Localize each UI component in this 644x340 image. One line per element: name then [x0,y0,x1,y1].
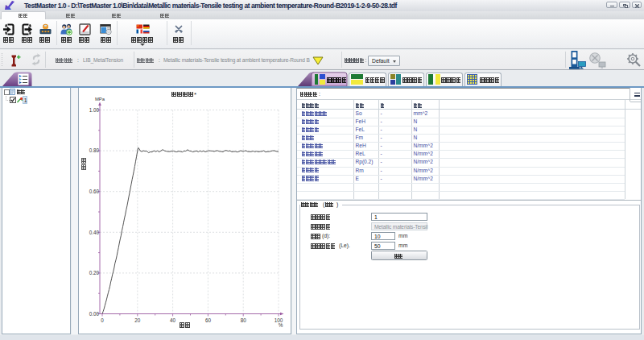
svg-text:0.60: 0.60 [89,189,100,194]
svg-text:%: % [279,322,283,328]
svg-text:1.00: 1.00 [89,107,100,113]
svg-text:0: 0 [101,317,104,323]
svg-text:0.40: 0.40 [89,230,100,235]
svg-text:0.00: 0.00 [89,311,100,317]
svg-text:0.80: 0.80 [89,147,100,153]
svg-text:MPa: MPa [95,97,105,102]
svg-text:80: 80 [241,317,247,323]
svg-text:60: 60 [205,317,212,323]
svg-text:40: 40 [170,317,176,323]
svg-text:0.20: 0.20 [89,270,100,276]
svg-text:20: 20 [134,317,141,323]
